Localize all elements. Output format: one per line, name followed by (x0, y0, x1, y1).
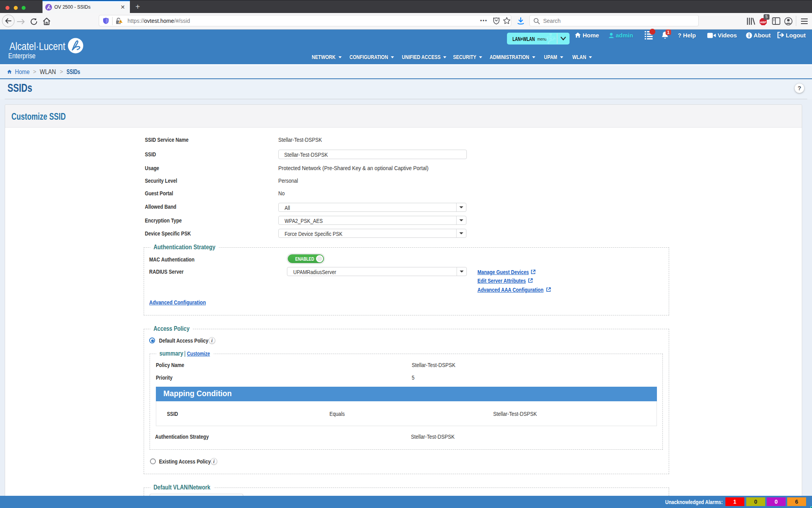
svg-text:ABP: ABP (760, 20, 766, 24)
svg-text:!: ! (120, 20, 121, 23)
